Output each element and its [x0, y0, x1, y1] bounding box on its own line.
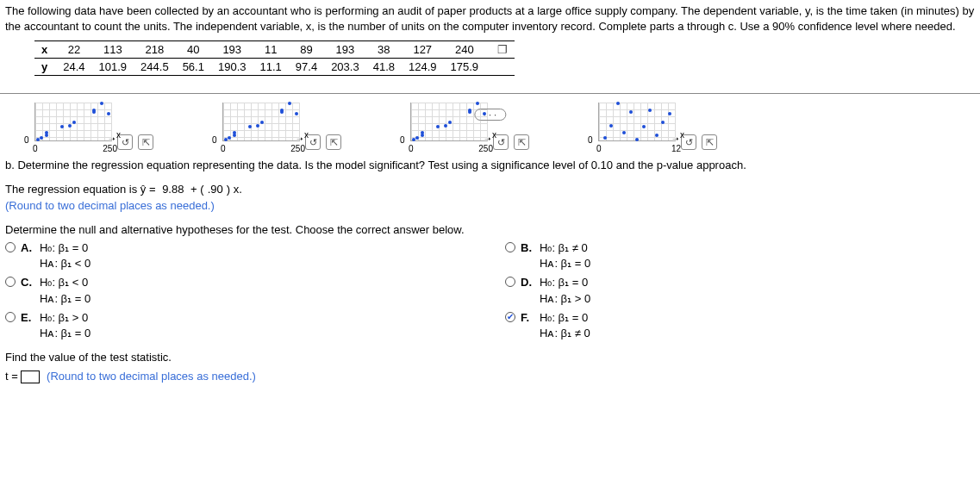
- y-origin-label: 0: [588, 135, 593, 145]
- x-var-label: x: [680, 130, 684, 140]
- x-max-label: 250: [290, 144, 305, 153]
- y-cell: 124.9: [402, 59, 444, 76]
- popout-icon[interactable]: ⇱: [326, 134, 341, 150]
- h0: H₀: β₁ ≠ 0: [540, 241, 588, 254]
- y-cell: 101.9: [92, 59, 134, 76]
- ha: Hᴀ: β₁ ≠ 0: [540, 327, 590, 339]
- option-letter: E.: [21, 310, 34, 326]
- plus: +: [190, 183, 200, 196]
- y-cell: 41.8: [366, 59, 402, 76]
- arrow-right-icon: ➝: [109, 134, 115, 143]
- option-letter: F.: [521, 310, 534, 326]
- t-prefix: t =: [5, 370, 21, 383]
- problem-intro: The following data have been collected b…: [0, 0, 980, 35]
- x-origin-label: 0: [221, 144, 226, 153]
- option-b[interactable]: B. H₀: β₁ ≠ 0Hᴀ: β₁ = 0: [505, 240, 975, 272]
- x-origin-label: 0: [596, 144, 602, 153]
- popout-icon[interactable]: ⇱: [138, 134, 153, 150]
- radio-icon[interactable]: [505, 242, 515, 252]
- copy-icon[interactable]: ❐: [492, 43, 508, 56]
- radio-icon[interactable]: [5, 242, 16, 252]
- radio-icon[interactable]: [5, 277, 16, 287]
- b1-value: .90: [204, 181, 227, 198]
- y-cell: 190.3: [211, 59, 253, 76]
- h0: H₀: β₁ = 0: [540, 311, 588, 324]
- test-stat-prompt: Find the value of the test statistic.: [0, 342, 980, 366]
- x-cell: 40: [176, 41, 211, 59]
- scatter-chart[interactable]: 0 0 250 x ➝: [402, 103, 488, 150]
- row-label-x: x: [34, 41, 56, 59]
- x-max-label: 250: [478, 144, 493, 153]
- x-cell: 193: [211, 41, 253, 59]
- y-cell: 175.9: [444, 59, 486, 76]
- x-cell: 218: [134, 41, 176, 59]
- x-cell: 127: [402, 41, 444, 59]
- h0: H₀: β₁ < 0: [40, 276, 88, 289]
- divider: [0, 93, 980, 94]
- arrow-right-icon: ➝: [672, 134, 679, 143]
- option-letter: B.: [521, 240, 534, 256]
- y-cell: 11.1: [253, 59, 289, 76]
- option-e[interactable]: E. H₀: β₁ > 0Hᴀ: β₁ = 0: [5, 309, 488, 342]
- y-origin-label: 0: [400, 135, 405, 145]
- x-cell: 22: [56, 41, 91, 59]
- eq-suffix: x.: [234, 183, 242, 196]
- h0: H₀: β₁ > 0: [40, 311, 88, 324]
- option-c[interactable]: C. H₀: β₁ < 0Hᴀ: β₁ = 0: [5, 274, 488, 307]
- row-label-y: y: [34, 59, 56, 76]
- option-d[interactable]: D. H₀: β₁ = 0Hᴀ: β₁ > 0: [505, 274, 975, 307]
- y-cell: 203.3: [324, 59, 366, 76]
- data-table: x 22 113 218 40 193 11 89 193 38 127 240…: [0, 35, 980, 81]
- y-cell: 244.5: [134, 59, 176, 76]
- x-max-label: 250: [103, 144, 117, 153]
- ha: Hᴀ: β₁ < 0: [40, 257, 91, 270]
- x-var-label: x: [116, 130, 121, 140]
- b0-value: 9.88: [159, 181, 187, 198]
- x-origin-label: 0: [33, 144, 38, 153]
- eq-prefix: The regression equation is ŷ =: [5, 183, 159, 196]
- ha: Hᴀ: β₁ = 0: [40, 327, 91, 339]
- x-var-label: x: [492, 130, 496, 140]
- x-cell: 193: [324, 41, 366, 59]
- radio-icon[interactable]: [505, 312, 515, 322]
- h0: H₀: β₁ = 0: [540, 276, 588, 289]
- t-hint: (Round to two decimal places as needed.): [47, 370, 256, 383]
- scatter-chart[interactable]: 0 0 250 x ➝: [214, 103, 300, 150]
- radio-icon[interactable]: [5, 312, 16, 322]
- test-stat-line: t = (Round to two decimal places as need…: [0, 366, 980, 383]
- radio-icon[interactable]: [505, 277, 515, 287]
- ha: Hᴀ: β₁ = 0: [40, 292, 91, 305]
- arrow-right-icon: ➝: [296, 134, 303, 143]
- x-var-label: x: [304, 130, 309, 140]
- option-f[interactable]: F. H₀: β₁ = 0Hᴀ: β₁ ≠ 0: [505, 309, 975, 342]
- part-b-prompt: b. Determine the regression equation rep…: [0, 150, 980, 174]
- answer-options: A. H₀: β₁ = 0Hᴀ: β₁ < 0 B. H₀: β₁ ≠ 0Hᴀ:…: [0, 238, 980, 342]
- y-cell: 24.4: [56, 59, 91, 76]
- x-cell: 240: [444, 41, 486, 59]
- scatter-chart[interactable]: 0 0 12 x ➝: [590, 103, 676, 150]
- y-cell: 56.1: [176, 59, 211, 76]
- scatter-chart[interactable]: 0 0 250 x ➝: [26, 103, 112, 150]
- option-a[interactable]: A. H₀: β₁ = 0Hᴀ: β₁ < 0: [5, 240, 488, 272]
- hypothesis-prompt: Determine the null and alternative hypot…: [0, 215, 980, 239]
- x-cell: 11: [253, 41, 289, 59]
- x-origin-label: 0: [409, 144, 414, 153]
- y-origin-label: 0: [212, 135, 217, 145]
- y-cell: 97.4: [289, 59, 324, 76]
- t-input[interactable]: [21, 371, 40, 383]
- popout-icon[interactable]: ⇱: [514, 134, 529, 150]
- x-cell: 113: [92, 41, 134, 59]
- popout-icon[interactable]: ⇱: [702, 134, 717, 150]
- h0: H₀: β₁ = 0: [40, 241, 88, 254]
- option-letter: C.: [21, 275, 34, 290]
- option-letter: D.: [521, 275, 534, 290]
- option-letter: A.: [21, 240, 34, 256]
- round-hint: (Round to two decimal places as needed.): [5, 199, 215, 212]
- regression-equation: The regression equation is ŷ = 9.88 + (.…: [0, 174, 980, 215]
- ha: Hᴀ: β₁ > 0: [540, 292, 590, 305]
- ha: Hᴀ: β₁ = 0: [540, 257, 590, 270]
- y-origin-label: 0: [24, 135, 29, 145]
- x-cell: 89: [289, 41, 324, 59]
- arrow-right-icon: ➝: [484, 134, 491, 143]
- x-max-label: 12: [671, 144, 681, 153]
